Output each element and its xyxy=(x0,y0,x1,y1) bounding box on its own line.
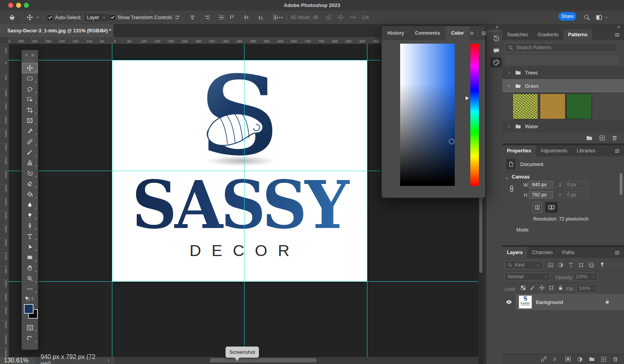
tab-channels[interactable]: Channels xyxy=(527,247,557,258)
tab-swatches[interactable]: Swatches xyxy=(502,29,533,40)
3d-roll-icon[interactable] xyxy=(324,14,332,21)
search-button[interactable] xyxy=(583,11,590,24)
color-field[interactable] xyxy=(400,44,455,186)
pattern-search[interactable] xyxy=(505,43,618,52)
dodge-tool[interactable] xyxy=(22,210,38,221)
dock-drag-handle[interactable] xyxy=(489,30,500,32)
spot-healing-tool[interactable] xyxy=(22,136,38,147)
vertical-ruler[interactable]: 5005010015020025030035040045050055060065… xyxy=(0,44,9,357)
new-pattern-icon[interactable] xyxy=(599,135,605,141)
foreground-color-swatch[interactable] xyxy=(24,304,34,314)
x-field[interactable]: 0 px xyxy=(564,181,588,189)
lasso-tool[interactable] xyxy=(22,84,38,94)
collapse-panel-icon[interactable] xyxy=(469,31,474,36)
auto-select-dropdown[interactable]: Layer xyxy=(83,11,110,24)
ruler-corner[interactable] xyxy=(0,37,9,44)
panel-menu-icon[interactable] xyxy=(614,148,620,154)
horizontal-scrollbar-thumb[interactable] xyxy=(210,358,317,362)
lock-transparency-icon[interactable] xyxy=(520,285,526,292)
filter-adjustment-layers-icon[interactable] xyxy=(558,262,564,270)
align-bottom-edges-icon[interactable] xyxy=(257,14,264,21)
clone-stamp-tool[interactable] xyxy=(22,157,38,168)
pattern-swatch-grass-dry-brown[interactable] xyxy=(540,94,566,119)
lock-all-icon[interactable] xyxy=(558,285,564,292)
pen-tool[interactable] xyxy=(22,221,38,231)
eraser-tool[interactable] xyxy=(22,178,38,189)
layer-thumbnail[interactable]: SSASSY xyxy=(519,295,532,309)
distribute-horizontal-icon[interactable] xyxy=(218,14,225,21)
layer-visibility-eye-icon[interactable] xyxy=(505,299,512,307)
status-zoom-level[interactable]: 130.61% xyxy=(0,357,35,364)
guide-horizontal-middle[interactable] xyxy=(9,171,381,171)
tab-paths[interactable]: Paths xyxy=(557,247,579,258)
share-button[interactable]: Share xyxy=(558,12,576,21)
frame-tool[interactable] xyxy=(22,115,38,126)
3d-camera-icon[interactable] xyxy=(362,14,369,21)
link-dimensions-icon[interactable] xyxy=(508,185,515,194)
color-field-marker[interactable] xyxy=(449,139,454,144)
eyedropper-tool[interactable] xyxy=(22,126,38,136)
lock-artboard-icon[interactable] xyxy=(548,285,554,292)
height-field[interactable]: 792 px xyxy=(529,191,553,199)
align-horizontal-centers-icon[interactable] xyxy=(189,14,196,21)
orientation-portrait-button[interactable] xyxy=(533,202,542,213)
tab-libraries[interactable]: Libraries xyxy=(572,145,600,156)
fill-field[interactable]: 100% xyxy=(576,284,598,293)
tab-color[interactable]: Color xyxy=(446,26,470,40)
chevron-down-icon[interactable] xyxy=(507,84,511,88)
color-palette-icon[interactable] xyxy=(490,57,502,67)
align-top-edges-icon[interactable] xyxy=(229,14,235,21)
link-layers-icon[interactable] xyxy=(541,356,547,362)
filter-smart-object-icon[interactable] xyxy=(588,262,594,270)
guide-vertical-left[interactable] xyxy=(112,44,112,357)
hand-tool[interactable] xyxy=(22,263,38,273)
close-palette-icon[interactable] xyxy=(25,53,28,57)
pattern-swatch-grass-green-yellow[interactable] xyxy=(512,94,538,119)
opacity-field[interactable]: 100% xyxy=(573,272,597,281)
lock-position-icon[interactable] xyxy=(539,285,545,292)
crop-tool[interactable] xyxy=(22,105,38,115)
pattern-group-trees[interactable]: Trees xyxy=(502,66,624,79)
rectangle-tool[interactable] xyxy=(22,252,38,263)
layer-style-fx-icon[interactable]: fx xyxy=(553,356,559,362)
more-options-tool[interactable] xyxy=(22,284,38,294)
pattern-group-water[interactable]: Water xyxy=(502,120,624,133)
panel-menu-icon[interactable] xyxy=(614,32,620,38)
collapse-panels-icon[interactable]: « xyxy=(496,24,498,30)
3d-orbit-icon[interactable] xyxy=(312,14,319,21)
marquee-tool[interactable] xyxy=(22,73,38,84)
path-select-tool[interactable] xyxy=(22,242,38,252)
hue-slider-marker[interactable] xyxy=(466,96,469,100)
pattern-swatch-grass-dark-green[interactable] xyxy=(566,94,592,119)
hue-slider[interactable] xyxy=(470,44,479,186)
swap-colors-icon[interactable] xyxy=(30,296,35,301)
new-layer-icon[interactable] xyxy=(601,356,607,362)
canvas-section-chevron[interactable] xyxy=(505,175,509,182)
chevron-right-icon[interactable] xyxy=(106,359,111,363)
show-transform-checkbox[interactable] xyxy=(109,11,115,24)
history-brush-tool[interactable] xyxy=(22,168,38,178)
guide-horizontal-top[interactable] xyxy=(9,60,381,60)
object-selection-tool[interactable] xyxy=(22,94,38,105)
add-mask-icon[interactable] xyxy=(565,356,571,362)
home-button[interactable] xyxy=(9,11,16,24)
lock-pixels-icon[interactable] xyxy=(530,285,535,292)
search-input[interactable] xyxy=(516,44,607,51)
chevron-right-icon[interactable] xyxy=(507,124,511,129)
version-history-icon[interactable] xyxy=(490,33,502,43)
tab-properties[interactable]: Properties xyxy=(502,145,536,156)
tab-adjustments[interactable]: Adjustments xyxy=(536,145,572,156)
guide-vertical-right[interactable] xyxy=(367,44,367,357)
new-group-icon[interactable] xyxy=(589,356,595,362)
type-tool[interactable] xyxy=(22,231,38,242)
align-more-options-button[interactable] xyxy=(276,11,283,24)
filter-shape-layers-icon[interactable] xyxy=(578,262,584,270)
tab-comments[interactable]: Comments xyxy=(410,26,446,40)
guide-horizontal-bottom[interactable] xyxy=(9,281,478,282)
tab-gradients[interactable]: Gradients xyxy=(533,29,563,40)
align-left-edges-icon[interactable] xyxy=(175,14,181,21)
pattern-group-grass[interactable]: Grass xyxy=(502,80,624,92)
y-field[interactable]: 0 px xyxy=(564,191,588,199)
filter-type-layers-icon[interactable] xyxy=(568,262,574,270)
width-field[interactable]: 940 px xyxy=(529,181,553,189)
